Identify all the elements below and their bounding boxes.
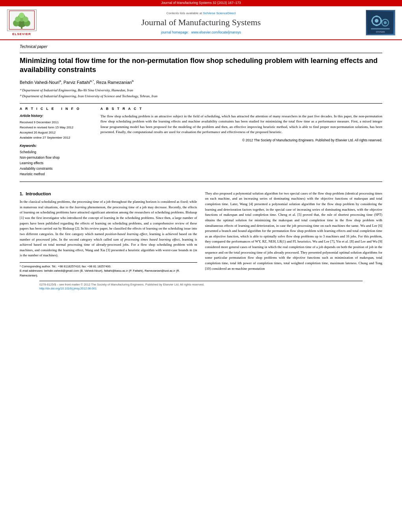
journal-citation-bar: Journal of Manufacturing Systems 32 (201…	[0, 0, 402, 6]
manufacturing-systems-icon: SYSTEMS	[367, 11, 394, 34]
journal-image-area: SYSTEMS	[365, 9, 396, 36]
svg-rect-16	[376, 16, 378, 17]
svg-point-5	[15, 17, 20, 22]
journal-main-title: Journal of Manufacturing Systems	[141, 17, 261, 29]
footer-issn: 0278-6125/$ – see front matter © 2012 Th…	[39, 283, 363, 287]
received-date: Received 9 December 2011	[20, 120, 93, 124]
keyword-4: Availability constraints	[20, 167, 93, 171]
keyword-1: Scheduling	[20, 150, 93, 155]
keyword-3: Learning effects	[20, 161, 93, 166]
article-info-column: A R T I C L E I N F O Article history: R…	[20, 107, 93, 178]
svg-text:SYSTEMS: SYSTEMS	[376, 32, 385, 33]
journal-header: ELSEVIER Contents lists available at Sci…	[0, 6, 402, 40]
article-info-abstract-area: A R T I C L E I N F O Article history: R…	[20, 107, 382, 178]
body-two-col: 1. Introduction In the classical schedul…	[20, 191, 382, 278]
affiliation-a: ᵃ Department of Industrial Engineering, …	[20, 88, 382, 93]
article-content: Technical paper Minimizing total flow ti…	[0, 40, 402, 189]
copyright-text: © 2012 The Society of Manufacturing Engi…	[100, 138, 382, 143]
abstract-text: The flow shop scheduling problem is an a…	[100, 114, 382, 135]
article-title: Minimizing total flow time for the non-p…	[20, 56, 382, 75]
footnote-corresponding: * Corresponding author. Tel.: +98 811825…	[20, 264, 197, 269]
section-num: 1.	[20, 191, 23, 196]
page: Journal of Manufacturing Systems 32 (201…	[0, 0, 402, 532]
article-info-divider	[20, 103, 382, 104]
svg-point-13	[384, 21, 387, 24]
elsevier-label: ELSEVIER	[12, 32, 31, 36]
keyword-5: Heuristic method	[20, 172, 93, 177]
revised-date: Received in revised form 15 May 2012	[20, 125, 93, 130]
svg-rect-19	[380, 20, 382, 22]
accepted-date: Accepted 20 August 2012	[20, 130, 93, 135]
elsevier-tree-icon	[9, 11, 35, 30]
section-title-text: Introduction	[26, 191, 51, 196]
email-label: E-mail addresses:	[20, 269, 43, 272]
footer-doi[interactable]: http://dx.doi.org/10.1016/j.jmsy.2012.08…	[39, 287, 363, 291]
introduction-col1-text: In the classical scheduling problems, th…	[20, 199, 197, 258]
svg-rect-14	[371, 28, 390, 30]
footnote-area: * Corresponding author. Tel.: +98 811825…	[20, 262, 197, 278]
abstract-header: A B S T R A C T	[100, 107, 382, 111]
author-names: Behdin Vahedi-Nouria, Parviz Fattahia,*,…	[20, 80, 133, 85]
available-online-date: Available online 27 September 2012	[20, 135, 93, 140]
elsevier-logo: ELSEVIER	[6, 9, 37, 36]
body-col-left: 1. Introduction In the classical schedul…	[20, 191, 197, 278]
keywords-label: Keywords:	[20, 144, 93, 148]
svg-point-6	[23, 17, 28, 22]
introduction-title: 1. Introduction	[20, 191, 197, 197]
introduction-col2-text: They also proposed a polynomial solution…	[205, 191, 383, 271]
affiliations: ᵃ Department of Industrial Engineering, …	[20, 88, 382, 99]
sciverse-line: Contents lists available at SciVerse Sci…	[166, 11, 235, 15]
journal-cover-image: SYSTEMS	[366, 10, 395, 35]
svg-rect-17	[376, 25, 378, 26]
email-addresses: behdin.vahedi@gmail.com (B. Vahedi-Nouri…	[20, 269, 180, 277]
title-divider-top	[20, 53, 382, 53]
affiliation-b: ᵇ Department of Industrial Engineering, …	[20, 94, 382, 99]
authors: Behdin Vahedi-Nouria, Parviz Fattahia,*,…	[20, 79, 382, 85]
history-label: Article history:	[20, 114, 93, 119]
body-col-right: They also proposed a polynomial solution…	[205, 191, 383, 278]
homepage-url[interactable]: www.elsevier.com/locate/jmansys	[191, 30, 241, 34]
svg-point-11	[375, 19, 379, 23]
svg-rect-18	[371, 20, 373, 22]
footnote-email: E-mail addresses: behdin.vahedi@gmail.co…	[20, 269, 197, 278]
body-top-divider	[20, 182, 382, 182]
journal-title-area: Contents lists available at SciVerse Sci…	[41, 9, 361, 36]
keyword-2: Non-permutation flow shop	[20, 156, 93, 160]
bottom-footer: 0278-6125/$ – see front matter © 2012 Th…	[39, 281, 363, 291]
journal-homepage: journal homepage: www.elsevier.com/locat…	[161, 30, 241, 35]
elsevier-logo-box	[7, 9, 37, 31]
journal-citation-text: Journal of Manufacturing Systems 32 (201…	[161, 1, 241, 5]
svg-point-7	[19, 13, 24, 18]
article-info-header: A R T I C L E I N F O	[20, 107, 93, 111]
sciverse-link[interactable]: SciVerse ScienceDirect	[203, 11, 235, 15]
abstract-column: A B S T R A C T The flow shop scheduling…	[100, 107, 382, 178]
article-type-label: Technical paper	[20, 44, 382, 50]
body-section: 1. Introduction In the classical schedul…	[0, 191, 402, 291]
homepage-label: journal homepage:	[161, 30, 189, 34]
